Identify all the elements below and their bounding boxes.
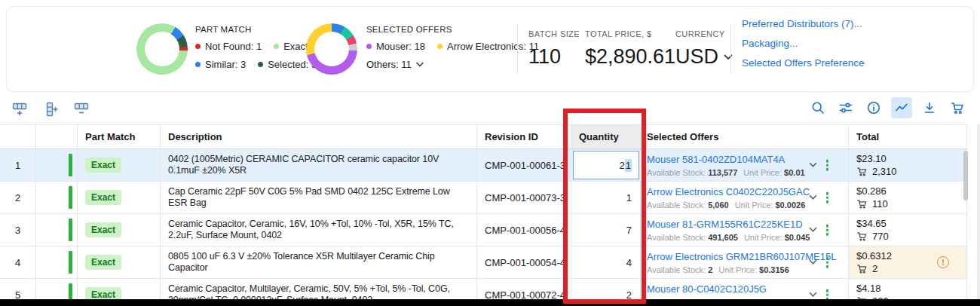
drag-handle-icon[interactable]: [826, 225, 829, 236]
column-header-part-match[interactable]: Part Match: [78, 125, 161, 148]
description-cell: 0805 100 uF 6.3 V ±20% Tolerance X5R Mul…: [161, 246, 477, 278]
selected-offers-donut-chart: [306, 23, 357, 75]
chevron-down-icon[interactable]: [809, 292, 817, 298]
chevron-down-icon: [416, 62, 424, 67]
quantity-input[interactable]: 21: [573, 151, 639, 179]
quantity-cell[interactable]: 21: [571, 149, 641, 181]
divider: [730, 24, 731, 74]
table-header-row: Part Match Description Revision ID Quant…: [0, 124, 967, 149]
part-match-cell: Exact: [78, 246, 161, 278]
offer-link[interactable]: Mouser 581-0402ZD104MAT4A: [647, 154, 785, 165]
drag-handle-icon[interactable]: [826, 160, 829, 171]
add-column-icon[interactable]: [40, 99, 61, 120]
packaging-link[interactable]: Packaging...: [742, 38, 865, 49]
selected-offer-cell[interactable]: Arrow Electronics C0402C220J5GAC Availab…: [641, 182, 849, 213]
selected-offers-legend: SELECTED OFFERS Mouser: 18 Arrow Electro…: [366, 25, 539, 70]
currency-select[interactable]: USD: [675, 45, 733, 69]
cart-icon: [856, 166, 868, 177]
total-price: $0.286: [856, 185, 887, 197]
legend-item-not-found: Not Found: 1: [195, 41, 262, 52]
match-indicator-cell: [36, 182, 78, 213]
quantity-cell[interactable]: 4: [571, 246, 641, 278]
revision-id-cell: CMP-001-00073-3: [477, 182, 571, 213]
row-number: 1: [0, 149, 36, 181]
chart-icon[interactable]: [891, 97, 912, 118]
info-icon[interactable]: [863, 97, 884, 118]
chevron-down-icon[interactable]: [809, 162, 817, 168]
others-expander[interactable]: Others: 11: [366, 59, 539, 70]
part-match-donut-chart: [136, 23, 188, 75]
part-match-legend: PART MATCH Not Found: 1 Exact: 33 Simila…: [195, 25, 324, 70]
total-cell: $34.65 770: [849, 214, 967, 246]
filter-icon[interactable]: [835, 97, 856, 118]
row-number: 2: [0, 182, 36, 213]
description-cell: Cap Ceramic 22pF 50V C0G 5% Pad SMD 0402…: [161, 182, 477, 213]
quantity-cell[interactable]: 1: [571, 182, 641, 213]
remove-row-icon[interactable]: [71, 99, 92, 120]
table-row[interactable]: 1 Exact 0402 (1005Metric) CERAMIC CAPACI…: [0, 149, 967, 182]
quantity-cell[interactable]: 7: [571, 214, 641, 246]
match-badge: Exact: [85, 222, 121, 237]
chevron-down-icon[interactable]: [809, 227, 817, 233]
revision-id-cell: CMP-001-00054-4: [477, 246, 571, 278]
cart-icon[interactable]: [947, 97, 968, 118]
revision-id-cell: CMP-001-00061-3: [477, 149, 571, 181]
row-number: 3: [0, 214, 36, 246]
batch-size-stat: BATCH SIZE 110: [528, 29, 580, 69]
chevron-down-icon[interactable]: [809, 194, 817, 200]
selected-offer-cell[interactable]: Arrow Electronics GRM21BR60J107ME15L Ava…: [641, 246, 849, 278]
column-header-index: [0, 125, 36, 148]
column-header-description[interactable]: Description: [161, 125, 477, 148]
bom-table: Part Match Description Revision ID Quant…: [0, 124, 967, 306]
cart-quantity: 2: [872, 263, 877, 274]
legend-item-selected: Selected: 3: [258, 59, 317, 70]
chevron-down-icon[interactable]: [809, 259, 817, 265]
description-cell: 0402 (1005Metric) CERAMIC CAPACITOR cera…: [161, 149, 477, 181]
column-header-revision-id[interactable]: Revision ID: [477, 125, 571, 148]
column-header-selected-offers[interactable]: Selected Offers: [641, 125, 849, 148]
page-scrollbar-track[interactable]: [977, 124, 980, 299]
table-scrollbar[interactable]: [963, 151, 968, 200]
selected-offer-cell[interactable]: Mouser 581-0402ZD104MAT4A Available Stoc…: [641, 149, 849, 181]
match-indicator-cell: [36, 214, 78, 246]
currency-stat: CURRENCY USD: [675, 29, 733, 69]
add-row-icon[interactable]: [9, 99, 30, 120]
total-price: $34.65: [856, 218, 887, 229]
match-badge: Exact: [85, 255, 121, 270]
cart-icon: [856, 231, 868, 242]
selected-offers-preference-link[interactable]: Selected Offers Preference: [742, 57, 865, 69]
download-icon[interactable]: [919, 97, 940, 118]
search-icon[interactable]: [807, 97, 828, 118]
total-price: $23.10: [856, 153, 887, 164]
cart-quantity: 2,310: [872, 166, 897, 177]
match-indicator-cell: [36, 149, 78, 181]
legend-item-arrow: Arrow Electronics: 11: [437, 41, 539, 52]
column-header-quantity[interactable]: Quantity: [571, 125, 641, 148]
offer-link[interactable]: Mouser 80-C0402C120J5G: [647, 283, 767, 295]
part-match-cell: Exact: [78, 149, 161, 181]
part-match-cell: Exact: [78, 182, 161, 213]
preferred-distributors-link[interactable]: Preferred Distributors (7)...: [742, 18, 865, 29]
selected-text: 1: [625, 159, 632, 172]
drag-handle-icon[interactable]: [826, 192, 829, 203]
legend-dot: [274, 44, 279, 49]
cart-quantity: 110: [872, 198, 888, 210]
legend-dot: [437, 44, 443, 49]
match-indicator-bar: [69, 186, 72, 209]
offer-link[interactable]: Mouser 81-GRM155R61C225KE1D: [647, 219, 803, 230]
total-cell: $0.6312 2 !: [849, 246, 967, 278]
table-row[interactable]: 3 Exact Ceramic Capacitor, Ceramic, 16V,…: [0, 214, 967, 246]
column-header-indicator: [36, 125, 78, 148]
column-header-total[interactable]: Total: [849, 125, 967, 148]
part-match-title: PART MATCH: [195, 25, 324, 34]
offer-link[interactable]: Arrow Electronics C0402C220J5GAC: [647, 186, 810, 197]
table-row[interactable]: 4 Exact 0805 100 uF 6.3 V ±20% Tolerance…: [0, 246, 967, 279]
drag-handle-icon[interactable]: [826, 257, 829, 268]
total-price: $4.18: [856, 283, 881, 294]
total-cell: $23.10 2,310: [849, 149, 967, 181]
row-number: 4: [0, 246, 36, 278]
warning-icon[interactable]: !: [937, 256, 949, 268]
table-row[interactable]: 2 Exact Cap Ceramic 22pF 50V C0G 5% Pad …: [0, 182, 967, 214]
selected-offer-cell[interactable]: Mouser 81-GRM155R61C225KE1D Available St…: [641, 214, 849, 246]
offer-link[interactable]: Arrow Electronics GRM21BR60J107ME15L: [647, 251, 836, 262]
